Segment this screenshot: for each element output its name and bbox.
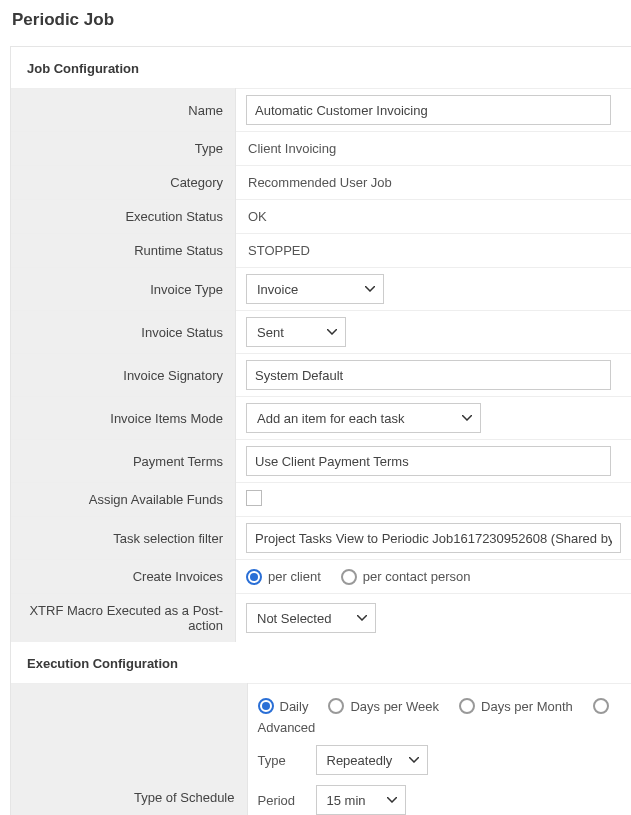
chevron-down-icon — [462, 415, 472, 421]
invoice-status-value: Sent — [257, 325, 284, 340]
radio-daily-label[interactable]: Daily — [280, 699, 309, 714]
sched-period-select[interactable]: 15 min — [316, 785, 406, 815]
radio-days-per-month-label[interactable]: Days per Month — [481, 699, 573, 714]
exec-status-value: OK — [246, 206, 621, 227]
radio-per-contact[interactable] — [341, 569, 357, 585]
label-invoice-type: Invoice Type — [11, 268, 236, 311]
invoice-status-select[interactable]: Sent — [246, 317, 346, 347]
sched-type-label: Type — [258, 753, 304, 768]
runtime-status-value: STOPPED — [246, 240, 621, 261]
radio-daily[interactable] — [258, 698, 274, 714]
invoice-type-value: Invoice — [257, 282, 298, 297]
payment-terms-input[interactable] — [246, 446, 611, 476]
create-invoices-radio-group: per client per contact person — [246, 569, 621, 585]
radio-advanced[interactable] — [593, 698, 609, 714]
radio-per-contact-label[interactable]: per contact person — [363, 569, 471, 584]
chevron-down-icon — [387, 797, 397, 803]
schedule-block: Daily Days per Week Days per Month Advan… — [258, 690, 622, 815]
type-value: Client Invoicing — [246, 138, 621, 159]
invoice-signatory-input[interactable] — [246, 360, 611, 390]
section-job-config: Job Configuration — [11, 47, 631, 88]
sched-type-select[interactable]: Repeatedly — [316, 745, 428, 775]
sched-period-value: 15 min — [327, 793, 366, 808]
chevron-down-icon — [327, 329, 337, 335]
invoice-items-mode-select[interactable]: Add an item for each task — [246, 403, 481, 433]
frequency-radio-group: Daily Days per Week Days per Month Advan… — [258, 698, 622, 735]
label-runtime-status: Runtime Status — [11, 234, 236, 268]
label-schedule-type: Type of Schedule — [11, 684, 247, 816]
label-invoice-status: Invoice Status — [11, 311, 236, 354]
label-category: Category — [11, 166, 236, 200]
invoice-type-select[interactable]: Invoice — [246, 274, 384, 304]
label-name: Name — [11, 89, 236, 132]
chevron-down-icon — [365, 286, 375, 292]
job-config-table: Name Type Client Invoicing Category Reco… — [11, 88, 631, 642]
sched-type-value: Repeatedly — [327, 753, 393, 768]
label-create-invoices: Create Invoices — [11, 560, 236, 594]
label-invoice-signatory: Invoice Signatory — [11, 354, 236, 397]
label-type: Type — [11, 132, 236, 166]
exec-config-table: Type of Schedule Daily Days per Week Day… — [11, 683, 631, 815]
radio-per-client[interactable] — [246, 569, 262, 585]
label-payment-terms: Payment Terms — [11, 440, 236, 483]
label-invoice-items-mode: Invoice Items Mode — [11, 397, 236, 440]
label-task-filter: Task selection filter — [11, 517, 236, 560]
macro-select[interactable]: Not Selected — [246, 603, 376, 633]
chevron-down-icon — [409, 757, 419, 763]
radio-days-per-week[interactable] — [328, 698, 344, 714]
macro-value: Not Selected — [257, 611, 331, 626]
sched-period-label: Period — [258, 793, 304, 808]
assign-funds-checkbox[interactable] — [246, 490, 262, 506]
chevron-down-icon — [357, 615, 367, 621]
invoice-items-mode-value: Add an item for each task — [257, 411, 404, 426]
radio-days-per-month[interactable] — [459, 698, 475, 714]
task-filter-input[interactable] — [246, 523, 621, 553]
radio-advanced-label[interactable]: Advanced — [258, 720, 316, 735]
label-exec-status: Execution Status — [11, 200, 236, 234]
radio-days-per-week-label[interactable]: Days per Week — [350, 699, 439, 714]
label-assign-funds: Assign Available Funds — [11, 483, 236, 517]
section-exec-config: Execution Configuration — [11, 642, 631, 683]
label-macro: XTRF Macro Executed as a Post-action — [11, 594, 236, 643]
name-input[interactable] — [246, 95, 611, 125]
page-title: Periodic Job — [10, 10, 631, 30]
category-value: Recommended User Job — [246, 172, 621, 193]
job-panel: Job Configuration Name Type Client Invoi… — [10, 46, 631, 815]
radio-per-client-label[interactable]: per client — [268, 569, 321, 584]
